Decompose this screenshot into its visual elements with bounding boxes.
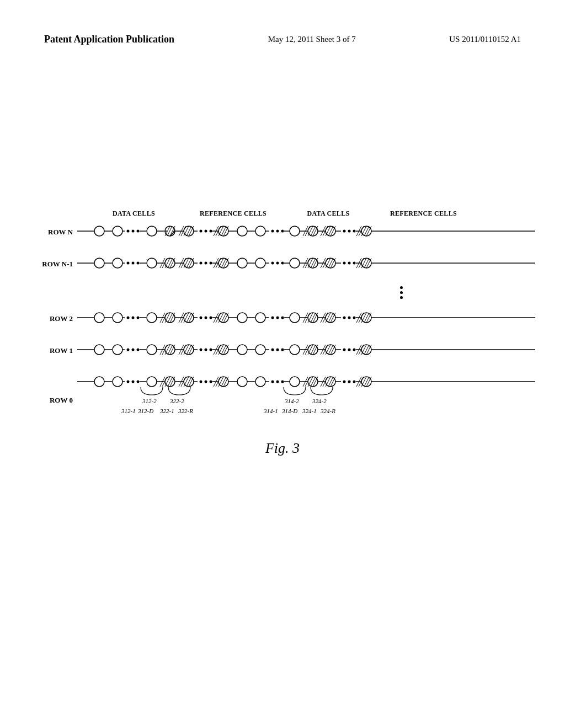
svg-point-62 bbox=[348, 230, 351, 233]
svg-point-185 bbox=[281, 317, 284, 319]
svg-point-112 bbox=[271, 262, 274, 265]
svg-point-9 bbox=[147, 226, 157, 236]
svg-point-6 bbox=[137, 230, 140, 233]
svg-point-220 bbox=[137, 349, 140, 351]
svg-point-147 bbox=[127, 317, 130, 319]
svg-point-327 bbox=[281, 381, 284, 383]
svg-text:324-2: 324-2 bbox=[312, 398, 327, 404]
row-n-1: ROW N-1 bbox=[33, 253, 532, 275]
svg-point-168 bbox=[200, 317, 202, 319]
svg-point-241 bbox=[210, 349, 212, 351]
svg-point-250 bbox=[237, 345, 247, 355]
svg-point-323 bbox=[255, 377, 265, 387]
svg-point-187 bbox=[290, 313, 300, 323]
svg-point-275 bbox=[348, 349, 351, 351]
svg-point-146 bbox=[113, 313, 122, 323]
svg-text:324-R: 324-R bbox=[320, 408, 335, 414]
row-n-svg bbox=[77, 221, 535, 241]
svg-point-113 bbox=[276, 262, 279, 265]
svg-point-169 bbox=[205, 317, 207, 319]
svg-point-239 bbox=[200, 349, 202, 351]
row-2: ROW 2 bbox=[33, 308, 532, 330]
diagram-container: DATA CELLS REFERENCE CELLS DATA CELLS RE… bbox=[33, 210, 532, 457]
svg-text:312-2: 312-2 bbox=[142, 398, 157, 404]
svg-point-311 bbox=[205, 381, 207, 383]
svg-point-3 bbox=[113, 226, 122, 236]
svg-point-116 bbox=[290, 258, 300, 268]
svg-point-1 bbox=[94, 226, 104, 236]
svg-text:322-R: 322-R bbox=[178, 408, 193, 414]
dot-2 bbox=[400, 291, 403, 294]
svg-point-346 bbox=[348, 381, 351, 383]
svg-point-219 bbox=[132, 349, 135, 351]
col-label-ref2: REFERENCE CELLS bbox=[372, 210, 475, 218]
col-label-data1: DATA CELLS bbox=[86, 210, 182, 218]
svg-text:314-1: 314-1 bbox=[263, 408, 278, 414]
svg-point-152 bbox=[147, 313, 157, 323]
svg-point-170 bbox=[210, 317, 212, 319]
svg-point-133 bbox=[348, 262, 351, 265]
svg-point-81 bbox=[147, 258, 157, 268]
svg-point-99 bbox=[210, 262, 212, 265]
svg-point-97 bbox=[200, 262, 202, 265]
page: Patent Application Publication May 12, 2… bbox=[0, 0, 565, 728]
svg-point-274 bbox=[343, 349, 346, 351]
svg-point-217 bbox=[113, 345, 122, 355]
svg-point-289 bbox=[127, 381, 130, 383]
row-2-label: ROW 2 bbox=[33, 314, 77, 323]
patent-number: US 2011/0110152 A1 bbox=[449, 33, 521, 46]
svg-text:322-2: 322-2 bbox=[169, 398, 184, 404]
svg-point-134 bbox=[353, 262, 356, 265]
svg-point-75 bbox=[113, 258, 122, 268]
sheet-info: May 12, 2011 Sheet 3 of 7 bbox=[268, 33, 356, 46]
svg-point-179 bbox=[237, 313, 247, 323]
svg-point-110 bbox=[255, 258, 265, 268]
svg-point-26 bbox=[200, 230, 202, 233]
svg-point-255 bbox=[276, 349, 279, 351]
svg-point-132 bbox=[343, 262, 346, 265]
svg-text:314-2: 314-2 bbox=[284, 398, 299, 404]
svg-point-254 bbox=[271, 349, 274, 351]
row-n: ROW N bbox=[33, 221, 532, 243]
svg-point-43 bbox=[281, 230, 284, 233]
col-label-ref1: REFERENCE CELLS bbox=[182, 210, 284, 218]
svg-point-5 bbox=[132, 230, 135, 233]
svg-point-290 bbox=[132, 381, 135, 383]
row-n-label: ROW N bbox=[33, 228, 77, 237]
svg-point-63 bbox=[353, 230, 356, 233]
svg-point-27 bbox=[205, 230, 207, 233]
row-1-label: ROW 1 bbox=[33, 346, 77, 355]
svg-point-276 bbox=[353, 349, 356, 351]
svg-text:312-D: 312-D bbox=[137, 408, 153, 414]
row-2-svg bbox=[77, 308, 535, 328]
svg-point-204 bbox=[348, 317, 351, 319]
publication-title: Patent Application Publication bbox=[44, 33, 174, 46]
svg-text:322-1: 322-1 bbox=[159, 408, 174, 414]
svg-point-345 bbox=[343, 381, 346, 383]
svg-point-148 bbox=[132, 317, 135, 319]
svg-point-288 bbox=[113, 377, 122, 387]
svg-text:314-D: 314-D bbox=[281, 408, 297, 414]
vertical-dots bbox=[270, 285, 532, 300]
svg-point-310 bbox=[200, 381, 202, 383]
svg-point-4 bbox=[127, 230, 130, 233]
svg-point-258 bbox=[290, 345, 300, 355]
svg-point-329 bbox=[290, 377, 300, 387]
svg-point-326 bbox=[276, 381, 279, 383]
dot-3 bbox=[400, 296, 403, 299]
col-label-data2: DATA CELLS bbox=[284, 210, 372, 218]
svg-text:312-1: 312-1 bbox=[121, 408, 136, 414]
svg-point-77 bbox=[132, 262, 135, 265]
row-n1-svg bbox=[77, 253, 535, 273]
svg-point-39 bbox=[255, 226, 265, 236]
svg-point-325 bbox=[271, 381, 274, 383]
figure-caption: Fig. 3 bbox=[33, 440, 532, 457]
row-n1-label: ROW N-1 bbox=[33, 260, 77, 269]
svg-point-149 bbox=[137, 317, 140, 319]
row-0-label: ROW 0 bbox=[33, 396, 77, 405]
svg-point-98 bbox=[205, 262, 207, 265]
header: Patent Application Publication May 12, 2… bbox=[44, 33, 521, 46]
svg-point-218 bbox=[127, 349, 130, 351]
svg-point-203 bbox=[343, 317, 346, 319]
svg-point-144 bbox=[94, 313, 104, 323]
